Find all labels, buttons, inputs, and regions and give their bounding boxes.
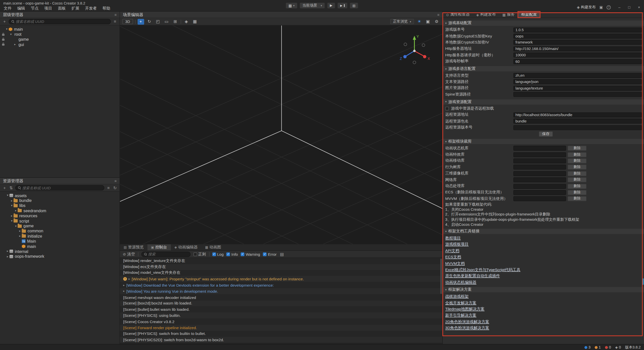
module-input[interactable] [513, 165, 566, 170]
asset-node[interactable]: libs [0, 203, 119, 208]
section-solutions[interactable]: 框架解决方案 [443, 287, 644, 292]
doc-link[interactable]: 动画状态机编辑器 [445, 279, 476, 285]
hierarchy-node[interactable]: root [0, 32, 119, 37]
field-input[interactable]: http://192.168.0.150/main/ [513, 46, 642, 51]
field-input[interactable]: bundle [513, 119, 642, 124]
field-input[interactable]: language/texture [513, 86, 642, 91]
filter-checkbox[interactable] [226, 252, 230, 256]
section-language[interactable]: 游戏多语言配置 [443, 66, 644, 71]
asset-node[interactable]: common [0, 229, 119, 234]
expand-arrow-icon[interactable] [123, 283, 125, 287]
section-doc-links[interactable]: 框架文档工具链接 [443, 229, 644, 234]
log-filter[interactable]: Info [226, 252, 238, 256]
expand-arrow-icon[interactable] [6, 255, 10, 258]
scale-tool-icon[interactable]: ◰ [155, 19, 161, 24]
asset-node[interactable]: internal [0, 249, 119, 254]
hierarchy-node[interactable]: game [0, 37, 119, 42]
delete-button[interactable]: 删除 [568, 196, 586, 201]
expand-arrow-icon[interactable] [10, 204, 14, 207]
step-button[interactable]: ▶ [337, 3, 348, 9]
doc-link[interactable]: ECS文档 [445, 254, 461, 260]
asset-node[interactable]: Main [0, 239, 119, 244]
log-row[interactable]: [Scene] [PHYSICS]: using builtin. [120, 313, 442, 319]
panel-menu-icon[interactable]: ≡ [437, 13, 439, 17]
log-filter[interactable]: Warning [241, 252, 260, 256]
pivot-toggle-icon[interactable]: ◈ [183, 19, 189, 24]
delete-button[interactable]: 删除 [568, 152, 586, 157]
module-input[interactable] [513, 171, 566, 176]
expand-arrow-icon[interactable] [18, 235, 22, 238]
expand-arrow-icon[interactable] [9, 33, 13, 36]
module-input[interactable] [513, 146, 566, 151]
doc-link[interactable]: Excel格式转Json文件与TypeScript代码工具 [445, 267, 520, 273]
assets-search[interactable] [15, 185, 104, 190]
expand-arrow-icon[interactable] [10, 219, 14, 223]
expand-arrow-icon[interactable] [6, 194, 10, 197]
doc-link[interactable]: 原生包热更新配置自动生成插件 [445, 273, 500, 279]
log-row[interactable]: [Scene] Forward render pipeline initiali… [120, 325, 442, 331]
panel-menu-icon[interactable]: ≡ [114, 13, 117, 17]
log-row[interactable]: [Window] render_texture文件夹存在 [120, 258, 442, 264]
tab-services[interactable]: ▦ 服务 [499, 12, 518, 18]
menu-item[interactable]: 节点 [28, 5, 42, 11]
field-input[interactable]: language/json [513, 79, 642, 84]
bottom-tab[interactable]: 动画编辑器 [171, 244, 202, 250]
bottom-tab[interactable]: 资源预览 [120, 244, 147, 250]
light-toggle-icon[interactable]: ☀ [416, 19, 423, 24]
doc-link[interactable]: API文档 [445, 247, 459, 254]
asset-node[interactable]: game [0, 224, 119, 229]
delete-button[interactable]: 删除 [568, 184, 586, 189]
section-resources[interactable]: 游戏资源配置 [443, 99, 644, 105]
asset-node[interactable]: seedrandom [0, 208, 119, 213]
console-search[interactable] [141, 251, 190, 257]
log-row[interactable]: [Window] Download the Vue Devtools exten… [120, 282, 442, 288]
preview-target-dropdown[interactable]: ▦ ▾ [286, 3, 297, 9]
asset-node[interactable]: initialize [0, 234, 119, 239]
tab-build-publish[interactable]: ◈ 构建发布 [473, 12, 499, 18]
bottom-tab[interactable]: 动画图 [201, 244, 225, 250]
menu-item[interactable]: 文件 [1, 5, 14, 11]
regex-toggle[interactable]: 正则 [193, 251, 206, 257]
module-input[interactable] [513, 152, 566, 157]
menu-item[interactable]: 编辑 [14, 5, 28, 11]
export-log-icon[interactable]: ▤ [279, 252, 285, 256]
expand-arrow-icon[interactable] [10, 214, 14, 217]
delete-button[interactable]: 删除 [568, 177, 586, 182]
scene-viewport[interactable]: Y X Z [120, 25, 442, 244]
filter-checkbox[interactable] [263, 252, 267, 256]
expand-arrow-icon[interactable] [10, 199, 14, 202]
asset-node[interactable]: main [0, 244, 119, 249]
log-row[interactable]: [Scene] [box2d]:box2d wasm lib loaded. [120, 300, 442, 306]
delete-button[interactable]: 删除 [568, 190, 586, 195]
asset-node[interactable]: bundle [0, 198, 119, 203]
snap-toggle-icon[interactable]: ▦ [192, 19, 198, 24]
solution-link[interactable]: 战棋游戏框架 [445, 293, 469, 299]
solution-link[interactable]: 3D角色扮演游戏解决方案 [445, 325, 489, 331]
inspector-scrollbar-thumb[interactable] [642, 278, 643, 285]
field-input[interactable]: zh,en [513, 73, 642, 78]
field-input[interactable]: http://localhost:8083/assets/bundle [513, 112, 642, 117]
log-row[interactable]: [Scene] [PHYSICS]: switch from builtin t… [120, 331, 442, 337]
menu-item[interactable]: 扩展 [69, 5, 82, 11]
filter-icon[interactable]: ≡ [112, 19, 117, 24]
log-row[interactable]: [Window] model_view文件夹存在 [120, 270, 442, 276]
package-icon[interactable]: ▣ [599, 5, 603, 9]
lock-icon[interactable] [2, 44, 4, 46]
panel-menu-icon[interactable]: ≡ [114, 179, 117, 183]
module-input[interactable] [513, 177, 566, 182]
expand-arrow-icon[interactable] [6, 250, 10, 253]
section-game-basic[interactable]: 游戏基础配置 [443, 21, 644, 26]
solution-link[interactable]: 新手引导解决方案 [445, 312, 476, 319]
expand-arrow-icon[interactable] [14, 224, 18, 228]
expand-arrow-icon[interactable] [123, 290, 125, 293]
log-row[interactable]: [Scene] [PHYSICS2D]: switch from box2d-w… [120, 337, 442, 343]
rect-tool-icon[interactable]: ▭ [163, 19, 170, 24]
expand-arrow-icon[interactable] [14, 209, 18, 212]
grid-view-icon[interactable]: ▣ [425, 19, 431, 24]
solution-link[interactable]: Tiledmap地图解决方案 [445, 306, 485, 312]
add-node-button[interactable]: + [2, 19, 7, 24]
clear-console-button[interactable]: ⊘ 清空 [123, 251, 135, 257]
expand-arrow-icon[interactable] [5, 28, 9, 31]
field-input[interactable]: 10000 [513, 53, 642, 58]
sort-icon[interactable]: ⇅ [9, 186, 14, 190]
